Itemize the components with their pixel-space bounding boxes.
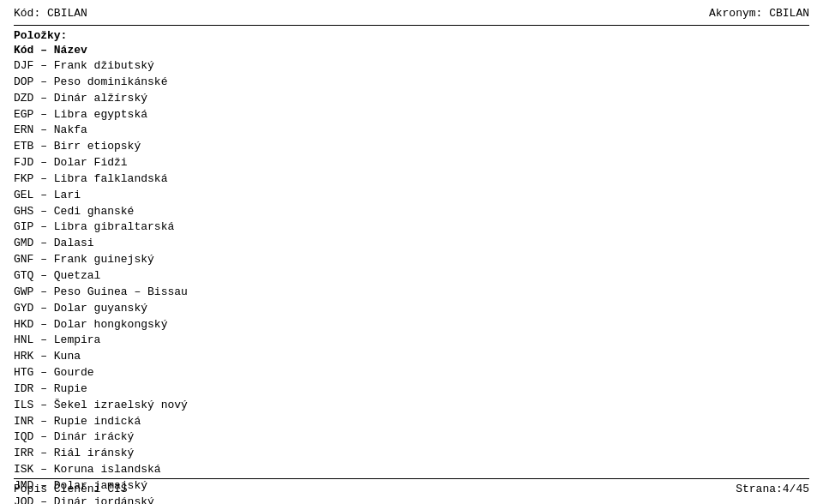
list-item: HNL – Lempira bbox=[14, 333, 809, 349]
list-item: JOD – Dinár jordánský bbox=[14, 495, 809, 504]
list-item: GHS – Cedi ghanské bbox=[14, 204, 809, 220]
list-item: EGP – Libra egyptská bbox=[14, 107, 809, 123]
list-item: GWP – Peso Guinea – Bissau bbox=[14, 285, 809, 301]
list-item: ILS – Šekel izraelský nový bbox=[14, 398, 809, 414]
list-item: FKP – Libra falklandská bbox=[14, 171, 809, 188]
list-item: GYD – Dolar guyanský bbox=[14, 301, 809, 317]
list-item: DJF – Frank džibutský bbox=[14, 58, 809, 75]
list-item: GMD – Dalasi bbox=[14, 236, 809, 252]
list-item: IQD – Dinár irácký bbox=[14, 429, 809, 446]
items-title: Položky: bbox=[14, 29, 809, 42]
list-item: ISK – Koruna islandská bbox=[14, 462, 809, 478]
footer-left: Popis Členění ČIS bbox=[14, 483, 128, 495]
header-divider bbox=[14, 25, 809, 26]
list-item: ETB – Birr etiopský bbox=[14, 139, 809, 155]
akronym-value-text: CBILAN bbox=[769, 7, 809, 20]
list-item: FJD – Dolar Fidži bbox=[14, 155, 809, 171]
list-item: GNF – Frank guinejský bbox=[14, 252, 809, 268]
akronym-label: Akronym: bbox=[709, 7, 762, 20]
footer-right: Strana:4/45 bbox=[736, 483, 809, 495]
list-item: ERN – Nakfa bbox=[14, 123, 809, 139]
items-columns: Kód – Název bbox=[14, 44, 809, 57]
items-section: Položky: Kód – Název DJF – Frank džibuts… bbox=[14, 29, 809, 504]
items-list: DJF – Frank džibutskýDOP – Peso dominiká… bbox=[14, 58, 809, 504]
header-left: Kód: CBILAN bbox=[14, 7, 87, 20]
list-item: INR – Rupie indická bbox=[14, 414, 809, 430]
header-row: Kód: CBILAN Akronym: CBILAN bbox=[14, 7, 809, 20]
list-item: DZD – Dinár alžírský bbox=[14, 91, 809, 107]
list-item: GIP – Libra gibraltarská bbox=[14, 219, 809, 236]
kod-label: Kód: bbox=[14, 7, 40, 20]
kod-value-text: CBILAN bbox=[47, 7, 87, 20]
list-item: IDR – Rupie bbox=[14, 381, 809, 398]
list-item: HRK – Kuna bbox=[14, 349, 809, 365]
list-item: DOP – Peso dominikánské bbox=[14, 75, 809, 91]
page-container: Kód: CBILAN Akronym: CBILAN Položky: Kód… bbox=[0, 0, 823, 504]
list-item: IRR – Riál iránský bbox=[14, 446, 809, 462]
list-item: HTG – Gourde bbox=[14, 365, 809, 381]
list-item: GEL – Lari bbox=[14, 188, 809, 204]
list-item: GTQ – Quetzal bbox=[14, 268, 809, 285]
list-item: HKD – Dolar hongkongský bbox=[14, 317, 809, 333]
header-right: Akronym: CBILAN bbox=[709, 7, 809, 20]
footer: Popis Členění ČIS Strana:4/45 bbox=[14, 478, 809, 495]
